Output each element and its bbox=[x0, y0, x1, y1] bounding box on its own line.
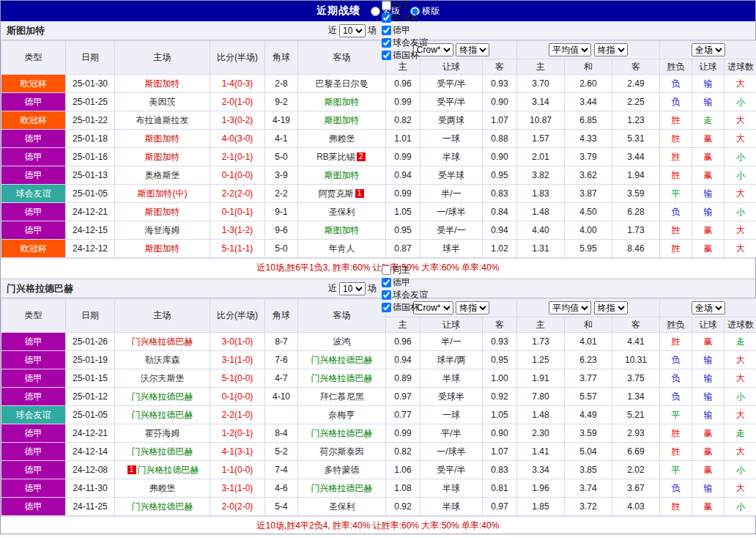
filter-option[interactable]: 德甲 bbox=[379, 276, 428, 289]
filter-option[interactable]: 德甲 bbox=[379, 24, 428, 37]
away-team[interactable]: 门兴格拉德巴赫 bbox=[311, 373, 373, 383]
score[interactable]: 0-1(0-1) bbox=[210, 203, 265, 221]
score[interactable]: 1-3(0-2) bbox=[210, 111, 265, 130]
corners: 9-6 bbox=[265, 221, 298, 240]
home-team[interactable]: 门兴格拉德巴赫 bbox=[132, 391, 193, 402]
home-team[interactable]: 美因茨 bbox=[149, 97, 176, 107]
away-team[interactable]: 门兴格拉德巴赫 bbox=[311, 483, 373, 493]
away-team[interactable]: 年青人 bbox=[329, 243, 355, 254]
score[interactable]: 5-1(0-0) bbox=[210, 369, 265, 388]
full-match-select[interactable]: 全场 bbox=[692, 43, 725, 56]
away-team[interactable]: 拜仁慕尼黑 bbox=[320, 391, 364, 402]
home-team[interactable]: 斯图加特(中) bbox=[138, 188, 188, 199]
match-row: 德甲25-01-16斯图加特2-1(0-1)5-0RB莱比锡20.99半球0.9… bbox=[1, 148, 756, 166]
score[interactable]: 4-0(3-0) bbox=[210, 130, 265, 148]
team-section: 斯图加特 近 10 场 同主欧冠杯德甲球会友谊德国杯 类型 日期 主场 比分 bbox=[1, 21, 755, 276]
away-team[interactable]: 门兴格拉德巴赫 bbox=[311, 355, 373, 365]
home-team[interactable]: 门兴格拉德巴赫 bbox=[132, 410, 193, 420]
away-team[interactable]: 弗赖堡 bbox=[329, 133, 355, 144]
score[interactable]: 3-0(1-0) bbox=[210, 333, 265, 351]
filter-checkbox[interactable] bbox=[382, 278, 391, 287]
away-team-cell: 门兴格拉德巴赫 bbox=[298, 424, 386, 443]
average-select[interactable]: 平均值 bbox=[549, 43, 591, 56]
score[interactable]: 1-3(1-2) bbox=[210, 221, 265, 240]
filter-checkbox[interactable] bbox=[382, 26, 391, 35]
away-team[interactable]: 荷尔斯泰因 bbox=[320, 446, 364, 457]
score[interactable]: 2-2(2-0) bbox=[210, 185, 265, 203]
away-team[interactable]: RB莱比锡 bbox=[316, 152, 355, 162]
score[interactable]: 2-1(0-1) bbox=[210, 148, 265, 166]
away-team[interactable]: 巴黎圣日尔曼 bbox=[316, 78, 368, 89]
final-odds-select[interactable]: 终指 bbox=[594, 301, 628, 314]
away-team[interactable]: 多特蒙德 bbox=[325, 465, 360, 475]
score[interactable]: 0-1(0-0) bbox=[210, 166, 265, 185]
avg-home-odds: 4.40 bbox=[517, 221, 565, 240]
away-team[interactable]: 斯图加特 bbox=[325, 97, 360, 107]
home-team[interactable]: 勒沃库森 bbox=[145, 355, 180, 365]
filter-option[interactable]: 德国杯 bbox=[379, 49, 428, 62]
competition-type: 德甲 bbox=[1, 498, 66, 516]
score[interactable]: 1-2(0-1) bbox=[210, 424, 265, 443]
home-team[interactable]: 斯图加特 bbox=[145, 78, 180, 89]
home-team[interactable]: 门兴格拉德巴赫 bbox=[138, 465, 199, 475]
final-odds-select[interactable]: 终指 bbox=[594, 43, 628, 56]
home-team[interactable]: 门兴格拉德巴赫 bbox=[132, 501, 193, 512]
home-team[interactable]: 奥格斯堡 bbox=[145, 170, 180, 180]
score[interactable]: 3-1(1-0) bbox=[210, 479, 265, 498]
score[interactable]: 3-1(1-0) bbox=[210, 351, 265, 369]
away-team[interactable]: 斯图加特 bbox=[325, 225, 360, 235]
full-match-select[interactable]: 全场 bbox=[692, 301, 725, 314]
score[interactable]: 1-4(0-3) bbox=[210, 75, 265, 93]
home-team[interactable]: 斯图加特 bbox=[145, 133, 180, 144]
recent-count-select[interactable]: 10 bbox=[339, 282, 366, 295]
score[interactable]: 4-1(3-1) bbox=[210, 443, 265, 461]
score[interactable]: 2-0(1-0) bbox=[210, 93, 265, 111]
away-team[interactable]: 门兴格拉德巴赫 bbox=[311, 428, 373, 438]
away-team[interactable]: 斯图加特 bbox=[325, 115, 360, 125]
score[interactable]: 5-1(1-1) bbox=[210, 240, 265, 258]
home-team[interactable]: 门兴格拉德巴赫 bbox=[132, 336, 193, 347]
score[interactable]: 2-2(1-0) bbox=[210, 406, 265, 424]
recent-count-select[interactable]: 10 bbox=[339, 24, 366, 37]
filter-option[interactable]: 球会友谊 bbox=[379, 289, 428, 301]
filter-checkbox[interactable] bbox=[382, 13, 391, 23]
filter-option[interactable]: 球会友谊 bbox=[379, 37, 428, 49]
home-team[interactable]: 海登海姆 bbox=[145, 225, 180, 235]
home-team[interactable]: 布拉迪斯拉发 bbox=[136, 115, 189, 125]
score[interactable]: 1-1(0-0) bbox=[210, 461, 265, 479]
result-handicap: 赢 bbox=[692, 240, 724, 258]
away-team[interactable]: 圣保利 bbox=[329, 207, 355, 217]
final-odds-select[interactable]: 终指 bbox=[456, 301, 489, 314]
filter-checkbox[interactable] bbox=[382, 290, 391, 300]
home-team[interactable]: 门兴格拉德巴赫 bbox=[132, 446, 193, 457]
home-team[interactable]: 斯图加特 bbox=[145, 152, 180, 162]
filter-checkbox[interactable] bbox=[382, 303, 391, 312]
score[interactable]: 0-1(0-0) bbox=[210, 388, 265, 406]
away-team[interactable]: 圣保利 bbox=[329, 501, 355, 512]
filter-checkbox[interactable] bbox=[382, 38, 391, 48]
final-odds-select[interactable]: 终指 bbox=[456, 43, 489, 56]
corners bbox=[265, 406, 298, 424]
filter-option[interactable]: 同主 bbox=[379, 264, 428, 276]
home-team[interactable]: 弗赖堡 bbox=[149, 483, 176, 493]
average-select[interactable]: 平均值 bbox=[549, 301, 591, 314]
sub-handicap-result: 让球 bbox=[692, 317, 724, 333]
home-team[interactable]: 斯图加特 bbox=[145, 207, 180, 217]
match-date: 25-01-12 bbox=[66, 388, 115, 406]
avg-away-odds: 2.25 bbox=[612, 93, 660, 111]
filter-checkbox[interactable] bbox=[382, 265, 391, 275]
filter-option[interactable]: 同主 bbox=[379, 0, 428, 12]
filter-option[interactable]: 德国杯 bbox=[379, 301, 428, 314]
away-team[interactable]: 波鸿 bbox=[333, 336, 351, 347]
filter-checkbox[interactable] bbox=[382, 1, 391, 10]
away-team[interactable]: 奈梅亨 bbox=[329, 410, 355, 420]
filter-option[interactable]: 欧冠杯 bbox=[379, 12, 428, 24]
sub-avg-home: 主 bbox=[517, 59, 565, 75]
filter-checkbox[interactable] bbox=[382, 51, 391, 60]
score[interactable]: 2-0(2-0) bbox=[210, 498, 265, 516]
home-team[interactable]: 沃尔夫斯堡 bbox=[141, 373, 185, 383]
away-team[interactable]: 斯图加特 bbox=[325, 170, 360, 180]
home-team[interactable]: 霍芬海姆 bbox=[145, 428, 180, 438]
home-team[interactable]: 斯图加特 bbox=[145, 243, 180, 254]
away-team[interactable]: 阿贾克斯 bbox=[319, 188, 354, 199]
